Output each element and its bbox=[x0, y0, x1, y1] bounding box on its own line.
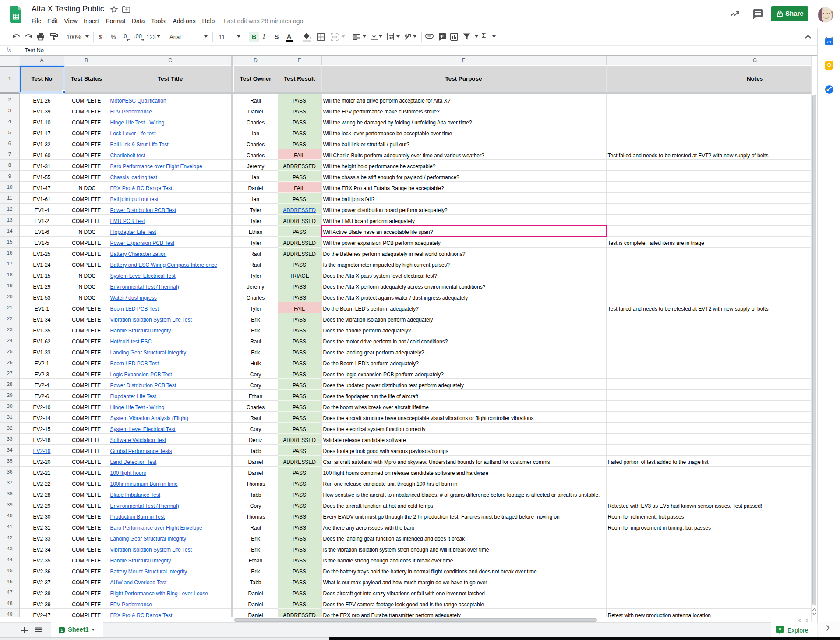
svg-text:31: 31 bbox=[827, 40, 831, 44]
svg-text:1: 1 bbox=[60, 628, 63, 633]
